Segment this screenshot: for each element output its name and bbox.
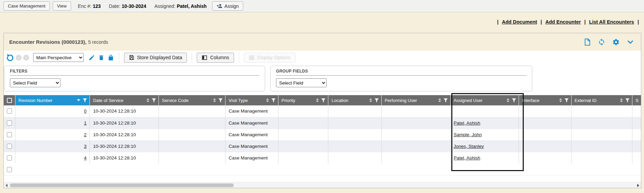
lock-icon[interactable]	[108, 54, 114, 61]
revision-number-link[interactable]: 3	[84, 144, 87, 149]
filter-funnel-icon[interactable]	[443, 98, 448, 103]
cell-assigned-user: Patel, Ashish	[450, 117, 519, 129]
filter-funnel-icon[interactable]	[321, 98, 326, 103]
cell-revision-number: 2	[15, 129, 90, 140]
assigned-user-link[interactable]: Patel, Ashish	[454, 120, 480, 126]
assigned-user-link[interactable]: Patel, Ashish	[454, 155, 480, 160]
column-header-status-partial[interactable]: S	[632, 95, 641, 105]
cell-performing-user	[382, 105, 451, 117]
column-header-assigned-user[interactable]: Assigned User	[450, 95, 519, 105]
cell-checkbox	[4, 117, 15, 129]
columns-button[interactable]: Columns	[197, 53, 234, 63]
trash-icon[interactable]	[98, 54, 105, 61]
sort-arrows-icon[interactable]	[266, 98, 269, 102]
filter-funnel-icon[interactable]	[83, 98, 87, 103]
row-checkbox[interactable]	[7, 108, 12, 114]
sort-arrows-icon[interactable]	[559, 98, 562, 102]
sort-arrows-icon[interactable]	[507, 98, 509, 102]
view-button[interactable]: View	[53, 1, 71, 11]
list-all-encounters-link[interactable]: List All Encounters	[589, 19, 634, 25]
sort-arrows-icon[interactable]	[147, 98, 149, 102]
select-all-checkbox[interactable]	[7, 98, 12, 103]
gear-icon[interactable]	[612, 38, 620, 46]
refresh-icon[interactable]	[598, 38, 605, 46]
row-checkbox[interactable]	[7, 144, 12, 149]
cell-revision-number: 0	[15, 105, 90, 117]
toolbar-divider	[119, 52, 119, 63]
add-encounter-link[interactable]: Add Encounter	[545, 19, 581, 25]
column-header-external-id[interactable]: External ID	[571, 95, 632, 105]
revision-number-link[interactable]: 0	[84, 108, 87, 114]
cell-assigned-user: Jones, Stanley	[450, 140, 519, 152]
filter-funnel-icon[interactable]	[625, 98, 630, 103]
pencil-icon[interactable]	[88, 54, 95, 61]
row-checkbox[interactable]	[7, 167, 12, 172]
column-header-location[interactable]: Location	[328, 95, 382, 105]
save-icon	[129, 55, 134, 60]
filter-funnel-icon[interactable]	[564, 98, 569, 103]
horizontal-scrollbar[interactable]	[4, 182, 641, 188]
filter-funnel-icon[interactable]	[152, 98, 156, 103]
scroll-left-arrow-icon[interactable]	[5, 184, 8, 187]
revision-number-link[interactable]: 2	[84, 132, 87, 137]
filters-label: FILTERS	[10, 69, 259, 76]
cell-performing-user	[382, 152, 451, 164]
filter-funnel-icon[interactable]	[271, 98, 276, 103]
case-management-button[interactable]: Case Management	[3, 1, 50, 11]
scroll-right-arrow-icon[interactable]	[637, 184, 639, 187]
scrollbar-thumb[interactable]	[10, 183, 234, 187]
display-options-button: Display Options	[244, 53, 296, 63]
sort-arrows-icon[interactable]	[620, 98, 623, 102]
column-label: Location	[331, 98, 348, 103]
sort-arrows-icon[interactable]	[77, 99, 80, 101]
perspective-select[interactable]: Main Perspective	[33, 53, 84, 62]
revision-number-link[interactable]: 1	[84, 120, 87, 126]
sort-arrows-icon[interactable]	[316, 98, 319, 102]
add-document-link[interactable]: Add Document	[502, 19, 537, 25]
row-checkbox[interactable]	[7, 155, 12, 160]
grid-toolbar: ‹ › Main Perspective Store Displayed Dat…	[4, 51, 641, 64]
empty-append-row	[4, 164, 641, 176]
assign-button[interactable]: Assign	[212, 1, 243, 11]
cell-status-partial	[632, 140, 641, 152]
column-label: Interface	[522, 98, 539, 103]
filter-funnel-icon[interactable]	[512, 98, 516, 103]
cell-checkbox	[4, 140, 15, 152]
nav-forward-icon[interactable]: ›	[23, 55, 29, 61]
filters-select-field[interactable]: Select Field	[10, 78, 60, 87]
group-fields-label: GROUP FIELDS	[276, 69, 526, 76]
quick-links: | Add Document | Add Encounter | List Al…	[497, 19, 639, 25]
column-header-visit-type[interactable]: Visit Type	[225, 95, 278, 105]
revision-number-link[interactable]: 4	[84, 155, 87, 160]
assigned-label: Assigned:	[154, 3, 175, 9]
link-separator: |	[497, 19, 498, 25]
column-header-date-of-service[interactable]: Date of Service	[90, 95, 159, 105]
cell-priority	[278, 105, 328, 117]
undo-icon[interactable]	[6, 53, 14, 62]
assigned-user-link[interactable]: Jones, Stanley	[454, 144, 484, 149]
group-fields-section: GROUP FIELDS Select Field	[270, 66, 532, 91]
new-document-icon[interactable]	[584, 38, 591, 46]
cell-status-partial	[632, 129, 641, 140]
row-checkbox[interactable]	[7, 132, 12, 137]
column-header-priority[interactable]: Priority	[278, 95, 328, 105]
sort-arrows-icon[interactable]	[438, 98, 441, 102]
column-header-performing-user[interactable]: Performing User	[382, 95, 451, 105]
group-fields-select-field[interactable]: Select Field	[276, 78, 327, 87]
nav-back-icon[interactable]: ‹	[16, 55, 22, 61]
column-header-interface[interactable]: Interface	[519, 95, 572, 105]
assigned-user-link[interactable]: Sample, John	[454, 132, 482, 137]
sort-arrows-icon[interactable]	[369, 98, 372, 102]
sort-arrows-icon[interactable]	[213, 98, 216, 102]
collapse-chevron-icon[interactable]	[627, 38, 634, 46]
store-displayed-data-button[interactable]: Store Displayed Data	[124, 53, 187, 63]
filter-funnel-icon[interactable]	[374, 98, 379, 103]
cell-status-partial	[632, 152, 641, 164]
filter-funnel-icon[interactable]	[218, 98, 223, 103]
column-header-revision-number[interactable]: Revision Number	[15, 95, 90, 105]
link-separator: |	[584, 19, 586, 25]
row-checkbox[interactable]	[7, 120, 12, 126]
cell-interface	[519, 117, 572, 129]
columns-button-label: Columns	[210, 55, 229, 60]
column-header-service-code[interactable]: Service Code	[159, 95, 225, 105]
